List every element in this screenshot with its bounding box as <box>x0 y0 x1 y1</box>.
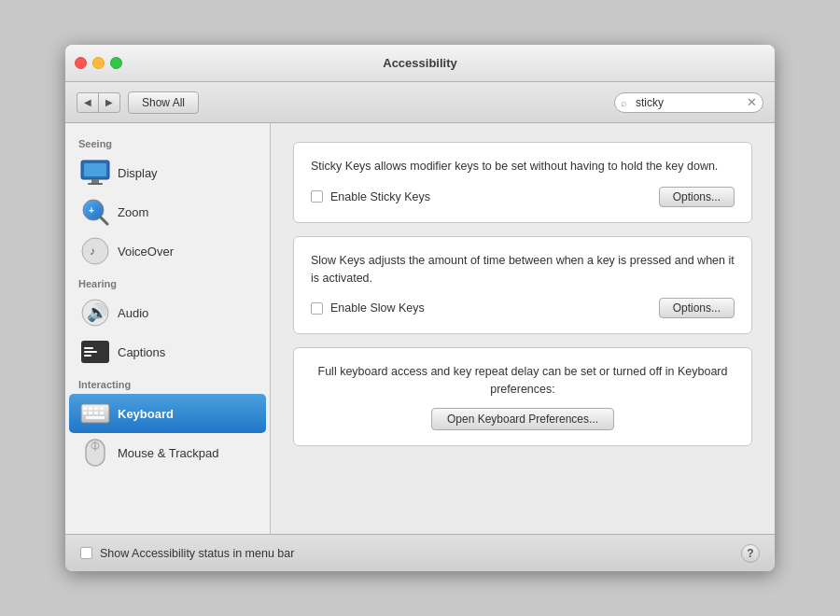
keyboard-prefs-description: Full keyboard access and key repeat dela… <box>311 363 735 399</box>
sidebar-section-seeing: Seeing <box>65 131 270 153</box>
slow-keys-checkbox-label[interactable]: Enable Slow Keys <box>311 301 425 315</box>
svg-text:+: + <box>89 205 94 216</box>
minimize-button[interactable] <box>92 57 105 69</box>
forward-button[interactable]: ▶ <box>98 92 120 113</box>
traffic-lights <box>75 57 122 69</box>
sidebar-label-captions: Captions <box>118 345 165 359</box>
sticky-keys-section: Sticky Keys allows modifier keys to be s… <box>293 142 752 223</box>
sticky-keys-checkbox[interactable] <box>311 190 323 203</box>
maximize-button[interactable] <box>110 57 122 69</box>
window-title: Accessibility <box>383 56 457 70</box>
svg-rect-20 <box>83 412 87 414</box>
svg-rect-14 <box>84 355 91 357</box>
status-checkbox-label[interactable]: Show Accessibility status in menu bar <box>80 547 294 560</box>
main-panel: Sticky Keys allows modifier keys to be s… <box>271 123 775 534</box>
mouse-icon <box>80 438 110 468</box>
sticky-keys-label: Enable Sticky Keys <box>330 190 430 203</box>
show-all-button[interactable]: Show All <box>128 91 199 114</box>
svg-rect-3 <box>88 183 103 185</box>
sidebar-item-voiceover[interactable]: ♪ VoiceOver <box>69 231 266 271</box>
svg-rect-13 <box>84 351 97 353</box>
sidebar-section-hearing: Hearing <box>65 271 270 293</box>
keyboard-icon <box>80 399 110 428</box>
status-label: Show Accessibility status in menu bar <box>100 547 294 560</box>
sidebar-label-mouse: Mouse & Trackpad <box>118 446 218 460</box>
display-icon <box>80 158 110 188</box>
svg-rect-2 <box>91 179 99 183</box>
keyboard-prefs-section: Full keyboard access and key repeat dela… <box>293 347 752 446</box>
sidebar-item-mouse-trackpad[interactable]: Mouse & Trackpad <box>69 433 266 472</box>
sidebar-item-audio[interactable]: 🔊 Audio <box>69 293 266 332</box>
svg-rect-19 <box>100 407 104 410</box>
captions-icon <box>80 337 110 367</box>
svg-rect-17 <box>89 407 92 410</box>
svg-point-7 <box>82 238 108 264</box>
search-icon: ⌕ <box>621 97 627 108</box>
search-input[interactable] <box>614 92 763 113</box>
toolbar: ◀ ▶ Show All ⌕ ✕ <box>65 82 775 123</box>
slow-keys-description: Slow Keys adjusts the amount of time bet… <box>311 252 735 287</box>
sidebar-label-display: Display <box>118 166 158 180</box>
sidebar: Seeing Display + <box>65 123 271 534</box>
slow-keys-checkbox[interactable] <box>311 302 323 315</box>
svg-rect-22 <box>94 412 98 414</box>
search-clear-icon[interactable]: ✕ <box>747 95 757 109</box>
sidebar-item-display[interactable]: Display <box>69 153 266 192</box>
slow-keys-label: Enable Slow Keys <box>330 301 425 315</box>
main-window: Accessibility ◀ ▶ Show All ⌕ ✕ Seeing <box>65 45 775 571</box>
sidebar-item-keyboard[interactable]: Keyboard <box>69 394 266 433</box>
close-button[interactable] <box>75 57 87 69</box>
sidebar-label-zoom: Zoom <box>118 205 148 219</box>
svg-rect-24 <box>86 416 105 419</box>
sidebar-item-captions[interactable]: Captions <box>69 332 266 371</box>
zoom-icon: + <box>80 197 110 227</box>
sidebar-section-interacting: Interacting <box>65 371 270 394</box>
svg-rect-21 <box>89 412 92 414</box>
sidebar-label-audio: Audio <box>118 306 148 320</box>
svg-rect-1 <box>84 163 106 176</box>
back-button[interactable]: ◀ <box>77 92 99 113</box>
content-area: Seeing Display + <box>65 123 775 534</box>
sidebar-label-voiceover: VoiceOver <box>118 245 174 259</box>
voiceover-icon: ♪ <box>80 236 110 266</box>
bottom-bar: Show Accessibility status in menu bar ? <box>65 534 775 571</box>
svg-text:🔊: 🔊 <box>87 302 108 323</box>
search-box: ⌕ ✕ <box>614 92 763 113</box>
svg-text:♪: ♪ <box>90 245 95 258</box>
sidebar-item-zoom[interactable]: + Zoom <box>69 192 266 231</box>
sidebar-label-keyboard: Keyboard <box>118 407 174 421</box>
sticky-keys-description: Sticky Keys allows modifier keys to be s… <box>311 158 735 175</box>
svg-rect-12 <box>84 347 93 349</box>
sticky-keys-options-button[interactable]: Options... <box>659 187 735 207</box>
help-button[interactable]: ? <box>741 544 760 563</box>
slow-keys-options-button[interactable]: Options... <box>659 298 735 318</box>
slow-keys-option-row: Enable Slow Keys Options... <box>311 298 735 318</box>
svg-rect-16 <box>83 407 87 410</box>
open-keyboard-prefs-button[interactable]: Open Keyboard Preferences... <box>431 408 614 430</box>
status-checkbox[interactable] <box>80 547 92 559</box>
nav-buttons-group: ◀ ▶ <box>77 92 120 113</box>
slow-keys-section: Slow Keys adjusts the amount of time bet… <box>293 236 752 335</box>
svg-rect-23 <box>100 412 104 414</box>
titlebar: Accessibility <box>65 45 775 82</box>
svg-line-5 <box>101 217 107 224</box>
audio-icon: 🔊 <box>80 298 110 328</box>
svg-rect-18 <box>94 407 98 410</box>
sticky-keys-option-row: Enable Sticky Keys Options... <box>311 187 735 207</box>
sticky-keys-checkbox-label[interactable]: Enable Sticky Keys <box>311 190 430 203</box>
